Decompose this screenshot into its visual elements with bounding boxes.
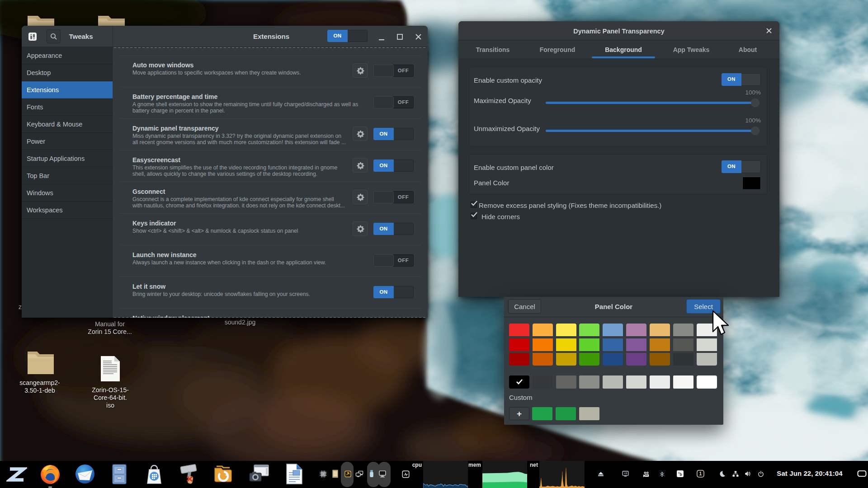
svg-text:b: b xyxy=(680,472,682,477)
svg-text:1: 1 xyxy=(699,471,702,476)
